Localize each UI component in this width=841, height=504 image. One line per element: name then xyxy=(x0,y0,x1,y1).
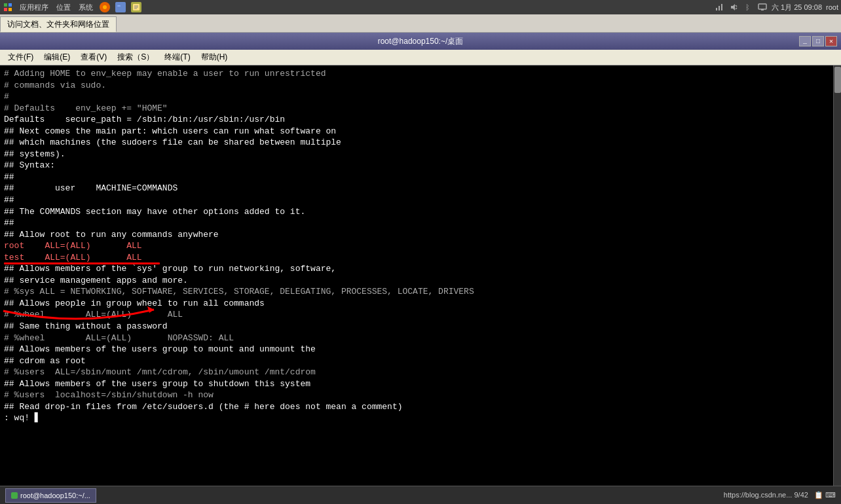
line-0: # Adding HOME to env_keep may enable a u… xyxy=(4,68,837,80)
app-menu-icon[interactable] xyxy=(3,2,13,12)
line-32: # %users ALL=/sbin/mount /mnt/cdrom, /sb… xyxy=(4,367,837,378)
line-34: ## Allows members of the users group to … xyxy=(4,378,837,390)
svg-rect-0 xyxy=(4,3,7,7)
line-5: Defaults secure_path = /sbin:/bin:/usr/s… xyxy=(4,114,837,126)
tab-docs[interactable]: 访问文档、文件夹和网络位置 xyxy=(0,16,117,32)
menu-file[interactable]: 文件(F) xyxy=(3,50,39,64)
tab-bar: 访问文档、文件夹和网络位置 xyxy=(0,14,841,33)
line-18: test ALL=(ALL) ALL xyxy=(4,252,837,264)
line-3: # Defaults env_keep += "HOME" xyxy=(4,103,837,115)
svg-line-16 xyxy=(736,5,737,7)
close-button[interactable]: ✕ xyxy=(825,36,837,46)
svg-marker-15 xyxy=(731,4,735,10)
svg-rect-1 xyxy=(9,3,12,7)
menu-bar: 文件(F) 编辑(E) 查看(V) 搜索（S） 终端(T) 帮助(H) xyxy=(0,50,841,65)
line-22: # %sys ALL = NETWORKING, SOFTWARE, SERVI… xyxy=(4,286,837,298)
svg-line-17 xyxy=(736,8,737,9)
line-25: # %wheel ALL=(ALL) ALL xyxy=(4,309,837,321)
svg-rect-2 xyxy=(4,8,7,11)
line-7: ## Next comes the main part: which users… xyxy=(4,126,837,137)
line-35: # %users localhost=/sbin/shutdown -h now xyxy=(4,389,837,401)
line-11: ## xyxy=(4,171,837,183)
menu-terminal[interactable]: 终端(T) xyxy=(159,50,195,64)
svg-rect-19 xyxy=(758,4,766,9)
taskbar-dot xyxy=(11,492,18,499)
content-lines: # Adding HOME to env_keep may enable a u… xyxy=(4,68,837,424)
svg-rect-3 xyxy=(9,8,12,11)
line-20: ## Allows members of the `sys' group to … xyxy=(4,263,837,275)
line-9: ## systems). xyxy=(4,149,837,160)
line-24: ## Allows people in group wheel to run a… xyxy=(4,298,837,310)
system-bar: 应用程序 位置 系统 ᛒ 六 1月 25 09:08 root xyxy=(0,0,841,14)
file-manager-icon[interactable] xyxy=(115,2,126,12)
line-2: # xyxy=(4,91,837,103)
menu-view[interactable]: 查看(V) xyxy=(75,50,112,64)
status-left: root@hadoop150:~/... xyxy=(5,488,96,503)
bluetooth-icon[interactable]: ᛒ xyxy=(743,2,753,12)
svg-rect-13 xyxy=(719,6,720,10)
terminal-title-bar: root@hadoop150:~/桌面 _ □ ✕ xyxy=(0,33,841,50)
firefox-icon[interactable] xyxy=(100,2,110,12)
svg-text:ᛒ: ᛒ xyxy=(745,3,750,11)
menu-help[interactable]: 帮助(H) xyxy=(196,50,233,64)
user-display: root xyxy=(826,3,838,11)
system-menu[interactable]: 系统 xyxy=(77,3,94,12)
line-27: ## Same thing without a password xyxy=(4,321,837,333)
status-right: https://blog.csdn.ne... 9/42 📋 ⌨ xyxy=(724,491,836,499)
svg-rect-7 xyxy=(117,5,121,7)
scrollbar-thumb[interactable] xyxy=(834,67,841,93)
network-icon[interactable] xyxy=(714,2,724,12)
maximize-button[interactable]: □ xyxy=(812,36,824,46)
svg-rect-20 xyxy=(761,9,764,10)
system-bar-right: ᛒ 六 1月 25 09:08 root xyxy=(714,2,838,12)
minimize-button[interactable]: _ xyxy=(799,36,811,46)
line-16: ## Allow root to run any commands anywhe… xyxy=(4,229,837,241)
taskbar-terminal[interactable]: root@hadoop150:~/... xyxy=(5,488,96,503)
svg-rect-14 xyxy=(721,4,722,10)
line-21: ## service management apps and more. xyxy=(4,275,837,287)
volume-icon[interactable] xyxy=(728,2,739,12)
menu-search[interactable]: 搜索（S） xyxy=(112,50,159,64)
terminal-content[interactable]: # Adding HOME to env_keep may enable a u… xyxy=(0,65,841,486)
line-13: ## xyxy=(4,194,837,206)
system-bar-left: 应用程序 位置 系统 xyxy=(3,2,141,12)
datetime-display: 六 1月 25 09:08 xyxy=(772,3,822,12)
line-17: root ALL=(ALL) ALL xyxy=(4,240,837,252)
text-editor-icon[interactable] xyxy=(131,2,141,12)
line-37: ## Read drop-in files from /etc/sudoers.… xyxy=(4,401,837,413)
line-31: ## cdrom as root xyxy=(4,355,837,367)
line-10: ## Syntax: xyxy=(4,160,837,171)
scrollbar[interactable] xyxy=(833,65,841,486)
places-menu[interactable]: 位置 xyxy=(55,3,72,12)
terminal-title: root@hadoop150:~/桌面 xyxy=(378,36,464,47)
terminal-window-controls: _ □ ✕ xyxy=(799,36,837,46)
line-28: # %wheel ALL=(ALL) NOPASSWD: ALL xyxy=(4,333,837,344)
line-14: ## The COMMANDS section may have other o… xyxy=(4,206,837,218)
svg-rect-12 xyxy=(716,8,717,10)
status-bar: root@hadoop150:~/... https://blog.csdn.n… xyxy=(0,486,841,504)
line-12: ## user MACHINE=COMMANDS xyxy=(4,183,837,194)
display-icon[interactable] xyxy=(757,2,768,12)
line-8: ## which machines (the sudoers file can … xyxy=(4,137,837,149)
line-38: : wq! ▋ xyxy=(4,412,837,424)
line-15: ## xyxy=(4,217,837,229)
menu-edit[interactable]: 编辑(E) xyxy=(39,50,75,64)
svg-point-5 xyxy=(103,5,107,9)
line-1: # commands via sudo. xyxy=(4,80,837,92)
apps-menu[interactable]: 应用程序 xyxy=(18,3,50,12)
line-30: ## Allows members of the users group to … xyxy=(4,344,837,355)
